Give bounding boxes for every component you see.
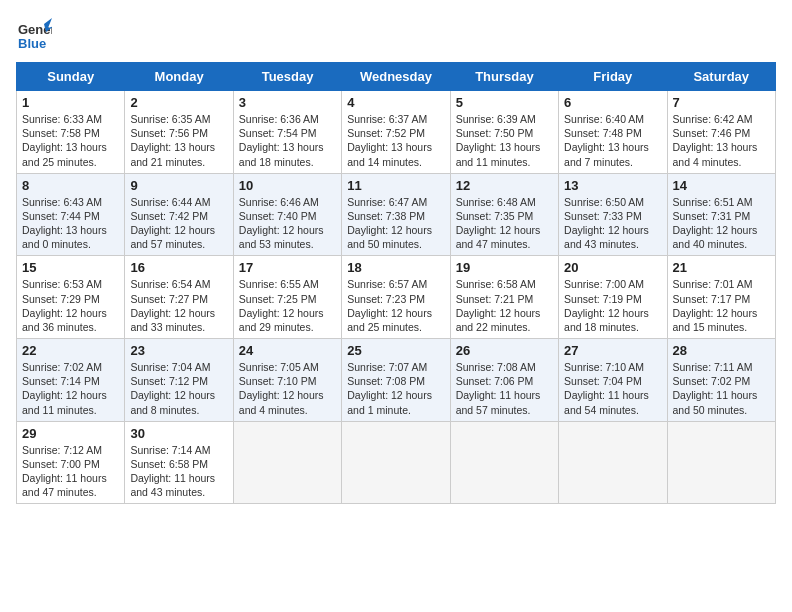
day-cell-2: 2 Sunrise: 6:35 AM Sunset: 7:56 PM Dayli… xyxy=(125,91,233,174)
day-cell-25: 25 Sunrise: 7:07 AM Sunset: 7:08 PM Dayl… xyxy=(342,339,450,422)
day-number: 15 xyxy=(22,260,119,275)
page-header: General Blue xyxy=(16,16,776,52)
day-number: 13 xyxy=(564,178,661,193)
day-info: Sunrise: 6:42 AM Sunset: 7:46 PM Dayligh… xyxy=(673,112,770,169)
day-number: 28 xyxy=(673,343,770,358)
day-number: 30 xyxy=(130,426,227,441)
day-number: 9 xyxy=(130,178,227,193)
day-number: 29 xyxy=(22,426,119,441)
col-header-wednesday: Wednesday xyxy=(342,63,450,91)
day-number: 22 xyxy=(22,343,119,358)
day-info: Sunrise: 6:54 AM Sunset: 7:27 PM Dayligh… xyxy=(130,277,227,334)
day-info: Sunrise: 7:11 AM Sunset: 7:02 PM Dayligh… xyxy=(673,360,770,417)
day-number: 2 xyxy=(130,95,227,110)
day-number: 5 xyxy=(456,95,553,110)
day-cell-24: 24 Sunrise: 7:05 AM Sunset: 7:10 PM Dayl… xyxy=(233,339,341,422)
day-number: 6 xyxy=(564,95,661,110)
day-number: 7 xyxy=(673,95,770,110)
day-info: Sunrise: 6:37 AM Sunset: 7:52 PM Dayligh… xyxy=(347,112,444,169)
day-info: Sunrise: 7:04 AM Sunset: 7:12 PM Dayligh… xyxy=(130,360,227,417)
day-info: Sunrise: 6:43 AM Sunset: 7:44 PM Dayligh… xyxy=(22,195,119,252)
day-cell-18: 18 Sunrise: 6:57 AM Sunset: 7:23 PM Dayl… xyxy=(342,256,450,339)
calendar-row-3: 15 Sunrise: 6:53 AM Sunset: 7:29 PM Dayl… xyxy=(17,256,776,339)
day-number: 4 xyxy=(347,95,444,110)
calendar-table: SundayMondayTuesdayWednesdayThursdayFrid… xyxy=(16,62,776,504)
day-cell-11: 11 Sunrise: 6:47 AM Sunset: 7:38 PM Dayl… xyxy=(342,173,450,256)
day-cell-9: 9 Sunrise: 6:44 AM Sunset: 7:42 PM Dayli… xyxy=(125,173,233,256)
day-number: 14 xyxy=(673,178,770,193)
day-info: Sunrise: 6:46 AM Sunset: 7:40 PM Dayligh… xyxy=(239,195,336,252)
logo-icon: General Blue xyxy=(16,16,52,52)
day-cell-15: 15 Sunrise: 6:53 AM Sunset: 7:29 PM Dayl… xyxy=(17,256,125,339)
day-cell-21: 21 Sunrise: 7:01 AM Sunset: 7:17 PM Dayl… xyxy=(667,256,775,339)
day-cell-17: 17 Sunrise: 6:55 AM Sunset: 7:25 PM Dayl… xyxy=(233,256,341,339)
day-cell-27: 27 Sunrise: 7:10 AM Sunset: 7:04 PM Dayl… xyxy=(559,339,667,422)
day-cell-22: 22 Sunrise: 7:02 AM Sunset: 7:14 PM Dayl… xyxy=(17,339,125,422)
calendar-row-1: 1 Sunrise: 6:33 AM Sunset: 7:58 PM Dayli… xyxy=(17,91,776,174)
col-header-friday: Friday xyxy=(559,63,667,91)
day-info: Sunrise: 7:12 AM Sunset: 7:00 PM Dayligh… xyxy=(22,443,119,500)
day-info: Sunrise: 6:33 AM Sunset: 7:58 PM Dayligh… xyxy=(22,112,119,169)
day-info: Sunrise: 7:08 AM Sunset: 7:06 PM Dayligh… xyxy=(456,360,553,417)
calendar-row-2: 8 Sunrise: 6:43 AM Sunset: 7:44 PM Dayli… xyxy=(17,173,776,256)
day-number: 18 xyxy=(347,260,444,275)
day-cell-23: 23 Sunrise: 7:04 AM Sunset: 7:12 PM Dayl… xyxy=(125,339,233,422)
day-info: Sunrise: 6:39 AM Sunset: 7:50 PM Dayligh… xyxy=(456,112,553,169)
empty-cell xyxy=(559,421,667,504)
day-cell-8: 8 Sunrise: 6:43 AM Sunset: 7:44 PM Dayli… xyxy=(17,173,125,256)
col-header-saturday: Saturday xyxy=(667,63,775,91)
day-info: Sunrise: 6:36 AM Sunset: 7:54 PM Dayligh… xyxy=(239,112,336,169)
day-info: Sunrise: 6:57 AM Sunset: 7:23 PM Dayligh… xyxy=(347,277,444,334)
day-cell-20: 20 Sunrise: 7:00 AM Sunset: 7:19 PM Dayl… xyxy=(559,256,667,339)
col-header-thursday: Thursday xyxy=(450,63,558,91)
day-number: 27 xyxy=(564,343,661,358)
day-cell-3: 3 Sunrise: 6:36 AM Sunset: 7:54 PM Dayli… xyxy=(233,91,341,174)
day-info: Sunrise: 6:44 AM Sunset: 7:42 PM Dayligh… xyxy=(130,195,227,252)
day-cell-6: 6 Sunrise: 6:40 AM Sunset: 7:48 PM Dayli… xyxy=(559,91,667,174)
day-info: Sunrise: 6:53 AM Sunset: 7:29 PM Dayligh… xyxy=(22,277,119,334)
col-header-sunday: Sunday xyxy=(17,63,125,91)
day-number: 11 xyxy=(347,178,444,193)
day-cell-10: 10 Sunrise: 6:46 AM Sunset: 7:40 PM Dayl… xyxy=(233,173,341,256)
day-cell-28: 28 Sunrise: 7:11 AM Sunset: 7:02 PM Dayl… xyxy=(667,339,775,422)
day-cell-19: 19 Sunrise: 6:58 AM Sunset: 7:21 PM Dayl… xyxy=(450,256,558,339)
day-cell-14: 14 Sunrise: 6:51 AM Sunset: 7:31 PM Dayl… xyxy=(667,173,775,256)
day-info: Sunrise: 7:07 AM Sunset: 7:08 PM Dayligh… xyxy=(347,360,444,417)
day-info: Sunrise: 6:35 AM Sunset: 7:56 PM Dayligh… xyxy=(130,112,227,169)
day-number: 12 xyxy=(456,178,553,193)
day-cell-4: 4 Sunrise: 6:37 AM Sunset: 7:52 PM Dayli… xyxy=(342,91,450,174)
day-number: 26 xyxy=(456,343,553,358)
day-cell-13: 13 Sunrise: 6:50 AM Sunset: 7:33 PM Dayl… xyxy=(559,173,667,256)
day-info: Sunrise: 7:01 AM Sunset: 7:17 PM Dayligh… xyxy=(673,277,770,334)
day-cell-12: 12 Sunrise: 6:48 AM Sunset: 7:35 PM Dayl… xyxy=(450,173,558,256)
day-cell-5: 5 Sunrise: 6:39 AM Sunset: 7:50 PM Dayli… xyxy=(450,91,558,174)
day-info: Sunrise: 7:14 AM Sunset: 6:58 PM Dayligh… xyxy=(130,443,227,500)
day-number: 10 xyxy=(239,178,336,193)
day-cell-26: 26 Sunrise: 7:08 AM Sunset: 7:06 PM Dayl… xyxy=(450,339,558,422)
day-number: 16 xyxy=(130,260,227,275)
day-info: Sunrise: 6:55 AM Sunset: 7:25 PM Dayligh… xyxy=(239,277,336,334)
day-number: 24 xyxy=(239,343,336,358)
empty-cell xyxy=(667,421,775,504)
day-cell-1: 1 Sunrise: 6:33 AM Sunset: 7:58 PM Dayli… xyxy=(17,91,125,174)
header-row: SundayMondayTuesdayWednesdayThursdayFrid… xyxy=(17,63,776,91)
day-cell-16: 16 Sunrise: 6:54 AM Sunset: 7:27 PM Dayl… xyxy=(125,256,233,339)
day-number: 20 xyxy=(564,260,661,275)
day-info: Sunrise: 7:10 AM Sunset: 7:04 PM Dayligh… xyxy=(564,360,661,417)
day-cell-30: 30 Sunrise: 7:14 AM Sunset: 6:58 PM Dayl… xyxy=(125,421,233,504)
day-info: Sunrise: 7:05 AM Sunset: 7:10 PM Dayligh… xyxy=(239,360,336,417)
col-header-monday: Monday xyxy=(125,63,233,91)
col-header-tuesday: Tuesday xyxy=(233,63,341,91)
day-info: Sunrise: 6:58 AM Sunset: 7:21 PM Dayligh… xyxy=(456,277,553,334)
day-info: Sunrise: 6:40 AM Sunset: 7:48 PM Dayligh… xyxy=(564,112,661,169)
day-cell-7: 7 Sunrise: 6:42 AM Sunset: 7:46 PM Dayli… xyxy=(667,91,775,174)
day-info: Sunrise: 6:51 AM Sunset: 7:31 PM Dayligh… xyxy=(673,195,770,252)
empty-cell xyxy=(342,421,450,504)
calendar-row-4: 22 Sunrise: 7:02 AM Sunset: 7:14 PM Dayl… xyxy=(17,339,776,422)
day-number: 19 xyxy=(456,260,553,275)
calendar-row-5: 29 Sunrise: 7:12 AM Sunset: 7:00 PM Dayl… xyxy=(17,421,776,504)
day-number: 21 xyxy=(673,260,770,275)
day-number: 1 xyxy=(22,95,119,110)
day-number: 25 xyxy=(347,343,444,358)
day-number: 3 xyxy=(239,95,336,110)
